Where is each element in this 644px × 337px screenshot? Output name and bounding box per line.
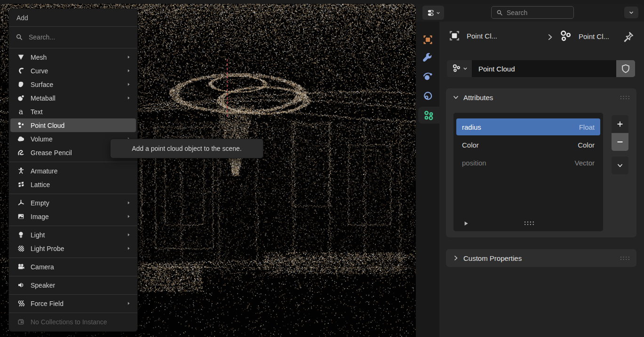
attribute-row-position[interactable]: position Vector: [456, 154, 600, 171]
pin-icon[interactable]: [622, 31, 635, 43]
breadcrumb-object[interactable]: Point Cl...: [448, 29, 497, 42]
properties-tab-strip: [416, 22, 439, 337]
menu-search-placeholder: Search...: [29, 33, 55, 41]
menu-item-text[interactable]: a Text: [10, 105, 136, 118]
editor-type-button[interactable]: [422, 6, 444, 20]
add-attribute-button[interactable]: [612, 115, 628, 133]
attribute-list: radius Float Color Color position Vector: [453, 113, 603, 231]
chevron-down-icon: [453, 94, 459, 101]
chevron-right-icon: [546, 33, 554, 41]
lattice-icon: [17, 180, 25, 188]
physics-icon: [422, 91, 433, 102]
search-icon: [496, 9, 503, 16]
attributes-panel: Attributes radius Float Color Color: [446, 88, 636, 237]
datablock-name-value: Point Cloud: [478, 65, 515, 73]
tab-modifier-properties[interactable]: [416, 50, 439, 67]
attribute-type: Color: [578, 141, 595, 149]
attributes-panel-header[interactable]: Attributes: [446, 88, 636, 106]
point-cloud-icon: [423, 110, 435, 121]
tab-point-cloud-data-properties[interactable]: [418, 107, 439, 124]
menu-item-empty[interactable]: Empty: [10, 196, 136, 210]
breadcrumb-data[interactable]: Point Cl...: [559, 29, 609, 43]
drag-grip-icon[interactable]: [620, 95, 630, 100]
tab-physics-properties[interactable]: [416, 88, 439, 105]
submenu-arrow-icon: [126, 55, 131, 60]
tab-particle-properties[interactable]: [416, 69, 439, 86]
datablock-name-field[interactable]: Point Cloud: [472, 60, 616, 77]
list-resize-grip-icon[interactable]: [524, 221, 534, 226]
blender-window: Search: [0, 0, 644, 337]
separator: [9, 162, 137, 162]
breadcrumb-object-label: Point Cl...: [467, 32, 497, 40]
attribute-row-radius[interactable]: radius Float: [456, 118, 600, 135]
chevron-down-icon: [436, 11, 440, 15]
plus-icon: [616, 120, 624, 128]
menu-search-input[interactable]: Search...: [9, 29, 137, 46]
menu-item-image[interactable]: Image: [10, 210, 136, 223]
list-filter-expand-icon[interactable]: [463, 220, 469, 227]
menu-item-lattice[interactable]: Lattice: [10, 178, 136, 191]
mesh-icon: [17, 53, 25, 61]
chevron-left-icon[interactable]: [407, 24, 414, 32]
search-icon: [16, 33, 23, 41]
header-options-button[interactable]: [624, 7, 638, 18]
menu-item-curve[interactable]: Curve: [10, 64, 136, 78]
shield-icon: [620, 63, 631, 74]
tab-object-properties[interactable]: [416, 31, 439, 48]
search-placeholder: Search: [507, 9, 527, 16]
attribute-name: radius: [462, 123, 481, 131]
separator: [9, 258, 137, 258]
menu-item-camera[interactable]: Camera: [10, 260, 136, 274]
menu-item-force-field[interactable]: Force Field: [10, 297, 136, 310]
custom-properties-panel: Custom Properties: [446, 249, 636, 267]
light-probe-icon: [17, 244, 25, 252]
menu-item-metaball[interactable]: Metaball: [10, 91, 136, 105]
remove-attribute-button[interactable]: [612, 133, 628, 151]
add-menu-title: Add: [9, 13, 137, 24]
properties-editor: Search: [416, 4, 644, 337]
menu-item-surface[interactable]: Surface: [10, 78, 136, 91]
light-bulb-icon: [17, 231, 25, 239]
speaker-icon: [17, 281, 25, 289]
tooltip: Add a point cloud object to the scene.: [110, 139, 263, 158]
metaball-icon: [17, 94, 25, 102]
menu-item-label: Curve: [31, 67, 48, 75]
menu-item-label: Lattice: [31, 181, 50, 188]
chevron-down-icon: [628, 10, 634, 16]
submenu-arrow-icon: [126, 95, 131, 101]
grease-pencil-icon: [17, 149, 25, 157]
datablock-browse-button[interactable]: [447, 60, 472, 77]
drag-grip-icon[interactable]: [620, 256, 630, 260]
attribute-type: Vector: [574, 159, 595, 167]
datablock-row: Point Cloud: [447, 60, 635, 77]
attribute-row-color[interactable]: Color Color: [456, 136, 600, 153]
menu-item-speaker[interactable]: Speaker: [10, 278, 136, 292]
separator: [9, 226, 137, 226]
menu-item-label: Light Probe: [31, 245, 64, 252]
point-cloud-icon: [559, 29, 573, 43]
curve-icon: [17, 67, 25, 75]
submenu-arrow-icon: [126, 301, 131, 306]
menu-item-label: Speaker: [31, 282, 55, 289]
chevron-down-icon[interactable]: [390, 5, 398, 11]
fake-user-shield-button[interactable]: [616, 60, 635, 77]
separator: [9, 48, 137, 48]
custom-properties-header[interactable]: Custom Properties: [446, 249, 636, 267]
menu-item-armature[interactable]: Armature: [10, 164, 136, 178]
separator: [9, 294, 137, 295]
tooltip-text: Add a point cloud object to the scene.: [132, 145, 242, 152]
menu-item-label: Grease Pencil: [31, 149, 72, 157]
separator: [9, 276, 137, 276]
properties-search-input[interactable]: Search: [491, 6, 574, 19]
menu-item-mesh[interactable]: Mesh: [10, 50, 136, 64]
object-icon: [448, 29, 461, 42]
menu-item-light-probe[interactable]: Light Probe: [10, 242, 136, 255]
object-icon: [422, 34, 434, 46]
wrench-icon: [422, 53, 433, 64]
attribute-specials-button[interactable]: [612, 157, 628, 174]
menu-item-light[interactable]: Light: [10, 228, 136, 242]
submenu-arrow-icon: [126, 232, 131, 237]
submenu-arrow-icon: [126, 214, 131, 219]
menu-item-label: Mesh: [31, 54, 47, 61]
menu-item-point-cloud[interactable]: Point Cloud: [10, 118, 136, 132]
